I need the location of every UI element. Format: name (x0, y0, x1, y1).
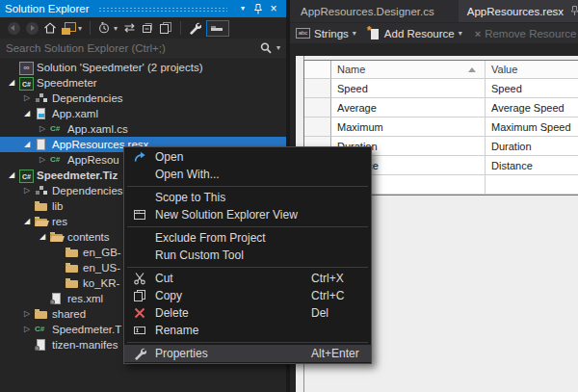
close-icon[interactable]: × (266, 1, 281, 16)
tree-item-label: Dependencies (52, 185, 123, 196)
menu-item-open[interactable]: Open (124, 148, 371, 166)
menu-item-copy[interactable]: CopyCtrl+C (124, 287, 371, 304)
pending-changes-filter-icon[interactable] (95, 19, 113, 37)
properties-wrench-icon[interactable] (186, 19, 203, 37)
grid-row-header[interactable] (304, 98, 331, 118)
tab-appresources-designer-cs[interactable]: AppResources.Designer.cs (292, 0, 443, 22)
tree-item-label: ko_KR- (83, 277, 119, 289)
menu-item-shortcut: Alt+Enter (311, 347, 371, 360)
grid-cell[interactable] (486, 175, 578, 195)
tree-item-speedmeter[interactable]: ◢Speedmeter (0, 75, 286, 91)
remove-resource-icon: × (475, 28, 481, 39)
tree-item-label: AppResou (67, 154, 119, 166)
cs-icon (34, 322, 49, 337)
expand-expander-icon[interactable]: ▷ (36, 121, 49, 137)
tree-item-label: shared (52, 308, 86, 320)
switch-views-caret-icon[interactable]: ▾ (78, 24, 82, 33)
collapse-expander-icon[interactable]: ◢ (20, 137, 34, 152)
strings-icon: abc (296, 28, 310, 39)
tree-item-label: Solution 'Speedmeter' (2 projects) (37, 62, 203, 73)
sort-ascending-icon (468, 67, 476, 72)
grid-row: AverageAverage Speed (304, 98, 578, 118)
collapse-expander-icon[interactable]: ◢ (5, 75, 18, 91)
menu-item-scope-to-this[interactable]: Scope to This (124, 189, 371, 206)
search-box: ▾ (0, 39, 286, 58)
preview-selected-items-toggle[interactable] (206, 20, 229, 37)
search-input[interactable] (0, 42, 257, 54)
menu-item-label: Scope to This (155, 191, 311, 204)
open-icon (124, 150, 155, 164)
expand-expander-icon[interactable]: ▷ (20, 183, 34, 198)
filter-caret-icon[interactable]: ▾ (114, 24, 118, 33)
menu-item-new-solution-explorer-view[interactable]: New Solution Explorer View (124, 206, 371, 223)
csproj-icon (18, 75, 34, 91)
tree-item-label: Speedmeter.Tiz (37, 170, 118, 181)
menu-item-properties[interactable]: PropertiesAlt+Enter (124, 345, 371, 362)
sync-with-active-document-icon[interactable] (120, 19, 138, 37)
drag-handle-dots[interactable] (98, 7, 227, 13)
solution-explorer-titlebar[interactable]: Solution Explorer ▾ × (0, 0, 286, 17)
menu-item-exclude-from-project[interactable]: Exclude From Project (124, 229, 371, 247)
tab-pin-icon[interactable] (569, 5, 578, 18)
grid-header-value[interactable]: Value (486, 61, 578, 79)
grid-row-header[interactable] (304, 79, 331, 98)
grid-header-name[interactable]: Name (331, 61, 486, 79)
menu-item-label: Copy (155, 289, 311, 302)
tree-item-label: Dependencies (52, 92, 123, 104)
document-tabbar: AppResources.Designer.cs AppResources.re… (290, 0, 578, 22)
menu-item-label: Open With... (155, 168, 311, 181)
search-options-caret-icon[interactable]: ▾ (276, 43, 280, 52)
collapse-expander-icon[interactable]: ◢ (5, 168, 18, 183)
collapse-expander-icon[interactable]: ◢ (36, 229, 49, 245)
tree-item-label: App.xaml.cs (67, 123, 128, 135)
deps-icon (34, 91, 49, 106)
search-icon[interactable] (257, 39, 275, 57)
add-resource-caret-icon: ▾ (459, 29, 462, 38)
menu-item-open-with[interactable]: Open With... (124, 166, 371, 183)
deps-icon (34, 183, 49, 198)
add-resource-button[interactable]: Add Resource ▾ (369, 27, 465, 39)
expand-expander-icon[interactable]: ▷ (20, 306, 34, 322)
strings-type-selector[interactable]: abc Strings ▾ (296, 28, 359, 39)
grid-cell[interactable]: Average Speed (486, 98, 578, 118)
menu-separator (124, 339, 371, 345)
expand-expander-icon[interactable]: ▷ (20, 322, 34, 337)
menu-item-cut[interactable]: CutCtrl+X (124, 270, 371, 287)
menu-item-label: Open (155, 150, 311, 164)
window-position-menu-icon[interactable]: ▾ (235, 1, 250, 16)
menu-item-delete[interactable]: DeleteDel (124, 304, 371, 322)
grid-cell[interactable]: Speed (331, 79, 486, 98)
expand-expander-icon[interactable]: ▷ (36, 152, 49, 168)
grid-corner-cell[interactable] (304, 61, 331, 79)
menu-separator (124, 183, 371, 189)
grid-cell[interactable]: Maximum (331, 118, 486, 137)
grid-cell[interactable]: Average (331, 98, 486, 118)
collapse-expander-icon[interactable]: ◢ (20, 214, 34, 229)
expand-expander-icon[interactable]: ▷ (20, 91, 34, 106)
grid-cell[interactable]: Maximum Speed (486, 118, 578, 137)
tree-item-app-xaml[interactable]: ◢App.xaml (0, 106, 286, 121)
rename-icon (124, 324, 155, 337)
collapse-all-icon[interactable] (139, 19, 156, 37)
switch-views-icon[interactable] (60, 19, 77, 37)
grid-cell[interactable]: Distance (486, 156, 578, 175)
menu-item-label: Exclude From Project (155, 231, 311, 245)
tree-item-solution-speedmeter-2-projects[interactable]: Solution 'Speedmeter' (2 projects) (0, 60, 286, 75)
menu-item-run-custom-tool[interactable]: Run Custom Tool (124, 247, 371, 264)
tree-item-app-xaml-cs[interactable]: ▷App.xaml.cs (0, 121, 286, 137)
tree-item-dependencies[interactable]: ▷Dependencies (0, 91, 286, 106)
menu-item-rename[interactable]: Rename (124, 322, 371, 339)
tree-item-label: res.xml (67, 293, 103, 304)
collapse-expander-icon[interactable]: ◢ (20, 106, 34, 121)
tab-appresources-resx[interactable]: AppResources.resx × (459, 0, 578, 22)
tab-label: AppResources.resx (467, 6, 564, 17)
toolbar-separator (90, 21, 91, 35)
home-icon[interactable] (41, 19, 59, 37)
pin-icon[interactable] (250, 1, 266, 16)
grid-header-row: NameValue (304, 61, 578, 79)
show-all-files-icon[interactable] (157, 19, 174, 37)
properties-icon (124, 347, 155, 360)
grid-cell[interactable]: Speed (486, 79, 578, 98)
grid-cell[interactable]: Duration (486, 137, 578, 156)
grid-row-header[interactable] (304, 118, 331, 137)
